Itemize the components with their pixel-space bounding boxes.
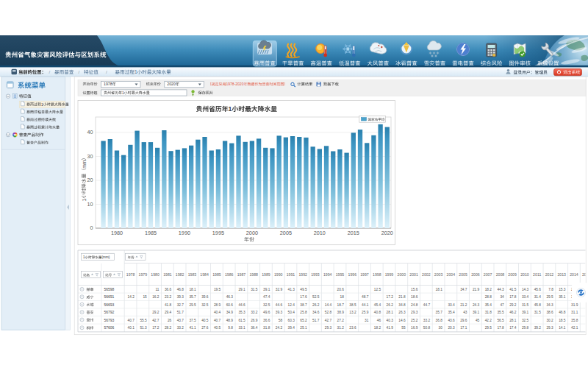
svg-text:45.6: 45.6 xyxy=(534,288,542,291)
svg-text:1995: 1995 xyxy=(336,272,345,277)
svg-text:17.8: 17.8 xyxy=(497,326,504,330)
svg-text:48.7: 48.7 xyxy=(362,295,369,299)
svg-text:2006: 2006 xyxy=(471,272,480,277)
svg-text:43.6: 43.6 xyxy=(448,319,455,322)
svg-text:45.8: 45.8 xyxy=(534,303,542,307)
svg-text:33.4: 33.4 xyxy=(522,295,529,299)
svg-text:1997: 1997 xyxy=(360,272,369,277)
svg-text:1985: 1985 xyxy=(145,230,157,236)
svg-text:14.2: 14.2 xyxy=(128,295,135,299)
svg-text:1: 1 xyxy=(122,91,124,95)
svg-text:29.5: 29.5 xyxy=(189,303,196,307)
svg-text:50.4: 50.4 xyxy=(287,311,295,314)
svg-text:35.8: 35.8 xyxy=(571,319,578,322)
svg-text:15: 15 xyxy=(143,295,147,299)
svg-text:33.2: 33.2 xyxy=(177,326,184,330)
svg-text:38.5: 38.5 xyxy=(349,303,356,307)
svg-text:29.3: 29.3 xyxy=(411,311,418,314)
svg-text:2011: 2011 xyxy=(533,272,541,277)
svg-text:18.6: 18.6 xyxy=(411,295,418,299)
svg-text:2000: 2000 xyxy=(398,272,406,277)
svg-text:55: 55 xyxy=(401,326,406,330)
svg-text:28.1: 28.1 xyxy=(387,311,394,314)
svg-text:39.3: 39.3 xyxy=(276,311,283,314)
svg-text:46.8: 46.8 xyxy=(177,288,184,291)
svg-text:1994: 1994 xyxy=(323,272,332,277)
svg-text:24.2: 24.2 xyxy=(276,326,283,330)
svg-text:1978-2020: 1978-2020 xyxy=(226,82,244,86)
svg-text:61.5: 61.5 xyxy=(238,319,245,322)
svg-text:2010: 2010 xyxy=(314,230,326,236)
svg-text:50.8: 50.8 xyxy=(423,326,431,330)
svg-text:42.2: 42.2 xyxy=(485,319,492,322)
svg-text:12.4: 12.4 xyxy=(287,303,295,307)
svg-text:1: 1 xyxy=(41,102,43,107)
svg-text:45: 45 xyxy=(476,319,480,322)
svg-text:26.9: 26.9 xyxy=(251,319,258,322)
svg-text:21.2: 21.2 xyxy=(460,303,467,307)
svg-text:20.3: 20.3 xyxy=(448,326,455,330)
svg-text:18.2: 18.2 xyxy=(374,326,381,330)
svg-text:42.7: 42.7 xyxy=(325,319,332,322)
svg-text:34.7: 34.7 xyxy=(460,288,467,291)
svg-text:2014: 2014 xyxy=(570,272,578,277)
svg-text:30: 30 xyxy=(439,326,443,330)
svg-text:23.6: 23.6 xyxy=(349,326,356,330)
svg-text:18.1: 18.1 xyxy=(189,288,196,291)
svg-text:1: 1 xyxy=(229,105,232,113)
svg-text:21.8: 21.8 xyxy=(398,295,406,299)
svg-text:35.4: 35.4 xyxy=(448,311,455,314)
svg-text:1995: 1995 xyxy=(212,230,224,236)
svg-text:39.2: 39.2 xyxy=(534,326,542,330)
svg-text:37.5: 37.5 xyxy=(189,319,196,322)
svg-text:1978: 1978 xyxy=(126,272,135,277)
svg-text:20.6: 20.6 xyxy=(337,288,345,291)
svg-text:12.5: 12.5 xyxy=(374,288,381,291)
svg-text:52.8: 52.8 xyxy=(325,311,332,314)
svg-text:1982: 1982 xyxy=(176,272,184,277)
svg-text:65.2: 65.2 xyxy=(300,319,307,322)
svg-text:2008: 2008 xyxy=(496,272,505,277)
svg-text:38.9: 38.9 xyxy=(337,311,345,314)
svg-text:44.7: 44.7 xyxy=(423,303,431,307)
svg-text:1985: 1985 xyxy=(212,272,221,277)
svg-text:43: 43 xyxy=(463,311,467,314)
svg-text:43.7: 43.7 xyxy=(177,319,184,322)
svg-text:38.6: 38.6 xyxy=(546,311,553,314)
svg-text:60.6: 60.6 xyxy=(226,303,234,307)
svg-text:35.7: 35.7 xyxy=(436,311,443,314)
svg-text:40.8: 40.8 xyxy=(374,311,381,314)
svg-text:40.7: 40.7 xyxy=(128,319,135,322)
svg-text:21.9: 21.9 xyxy=(473,288,480,291)
svg-text:11: 11 xyxy=(155,288,159,291)
svg-text:1998: 1998 xyxy=(373,272,381,277)
svg-text:16.9: 16.9 xyxy=(411,326,418,330)
svg-text:19.5: 19.5 xyxy=(214,288,221,291)
svg-text:2010: 2010 xyxy=(520,272,529,277)
svg-text:1988: 1988 xyxy=(249,272,258,277)
svg-text:46: 46 xyxy=(377,319,381,322)
svg-text:40.5: 40.5 xyxy=(214,326,221,330)
svg-text:29.6: 29.6 xyxy=(460,319,467,322)
svg-text:14.1: 14.1 xyxy=(559,326,566,330)
svg-text:28.8: 28.8 xyxy=(485,295,492,299)
svg-text:18.1: 18.1 xyxy=(436,288,443,291)
svg-text:29.3: 29.3 xyxy=(325,326,332,330)
svg-text:14.4: 14.4 xyxy=(325,303,332,307)
svg-text:mm: mm xyxy=(82,160,87,169)
svg-text:34.3: 34.3 xyxy=(546,303,553,307)
svg-text:1980: 1980 xyxy=(151,272,159,277)
svg-text:29.2: 29.2 xyxy=(509,303,517,307)
svg-text:14.6: 14.6 xyxy=(398,319,406,322)
svg-text:39.6: 39.6 xyxy=(201,295,209,299)
svg-text:25.2: 25.2 xyxy=(411,319,418,322)
svg-text:35.1: 35.1 xyxy=(559,295,566,299)
svg-text:39.3: 39.3 xyxy=(177,295,184,299)
svg-text:26.2: 26.2 xyxy=(387,303,394,307)
svg-text:27.6: 27.6 xyxy=(201,326,209,330)
svg-text:1981: 1981 xyxy=(163,272,172,277)
svg-text:1990: 1990 xyxy=(274,272,283,277)
svg-text:18.2: 18.2 xyxy=(485,288,492,291)
svg-text:9.8: 9.8 xyxy=(228,326,233,330)
svg-text:1993: 1993 xyxy=(311,272,320,277)
